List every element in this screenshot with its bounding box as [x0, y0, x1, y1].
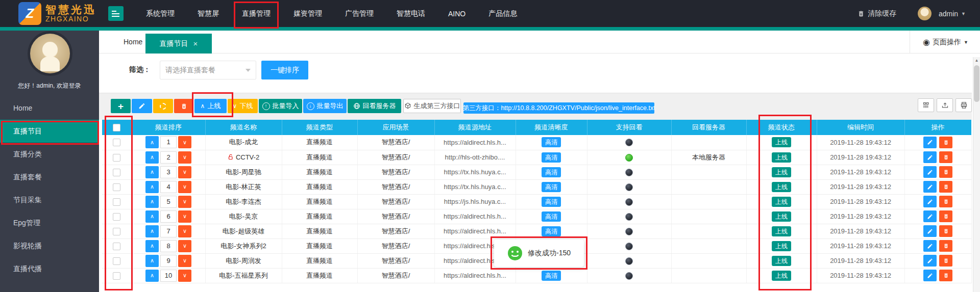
nav-item-2-active[interactable]: 直播管理	[242, 9, 271, 18]
nav-item-6[interactable]: AINO	[448, 10, 465, 18]
sort-up-button[interactable]: ∧	[145, 255, 159, 267]
sort-up-button[interactable]: ∧	[145, 225, 159, 237]
row-edit-button[interactable]	[923, 225, 937, 237]
row-checkbox[interactable]	[113, 154, 120, 162]
sort-down-button[interactable]: ∨	[178, 240, 191, 252]
close-icon[interactable]: ×	[193, 39, 198, 48]
row-delete-button[interactable]	[939, 166, 952, 178]
sidebar-item-5[interactable]: Epg管理	[0, 211, 99, 234]
row-checkbox[interactable]	[113, 228, 120, 235]
row-edit-button[interactable]	[923, 181, 937, 193]
clear-cache-button[interactable]: 清除缓存	[857, 9, 896, 18]
nav-item-7[interactable]: 产品信息	[488, 9, 517, 18]
vertical-scrollbar[interactable]: ▲	[973, 57, 980, 292]
sidebar-item-7[interactable]: 直播代播	[0, 257, 99, 280]
sidebar-item-6[interactable]: 影视轮播	[0, 234, 99, 257]
row-edit-button[interactable]	[923, 151, 937, 163]
sort-down-button[interactable]: ∨	[178, 210, 191, 223]
row-checkbox[interactable]	[113, 183, 120, 191]
refresh-button[interactable]	[153, 99, 173, 113]
row-delete-button[interactable]	[939, 255, 952, 267]
lookback-toggle[interactable]	[625, 243, 633, 250]
sidebar-item-0[interactable]: Home	[0, 97, 99, 120]
page-operations-dropdown[interactable]: ◉ 页面操作 ▼	[923, 31, 968, 54]
sort-down-button[interactable]: ∨	[178, 136, 191, 148]
sidebar-item-4[interactable]: 节目采集	[0, 189, 99, 211]
lookback-toggle[interactable]	[625, 183, 633, 191]
row-delete-button[interactable]	[939, 210, 952, 222]
sort-down-button[interactable]: ∨	[178, 166, 191, 178]
row-edit-button[interactable]	[923, 137, 937, 148]
row-edit-button[interactable]	[923, 240, 937, 252]
nav-item-4[interactable]: 广告管理	[345, 9, 374, 18]
columns-toggle-button[interactable]	[918, 98, 934, 112]
edit-button[interactable]	[132, 99, 152, 113]
nav-item-5[interactable]: 智慧电话	[397, 9, 425, 18]
online-button[interactable]: ∧上线	[194, 99, 227, 113]
sort-down-button[interactable]: ∨	[178, 151, 191, 164]
add-button[interactable]: +	[111, 99, 131, 113]
lookback-server-button[interactable]: 回看服务器	[348, 99, 401, 113]
nav-item-0[interactable]: 系统管理	[146, 9, 175, 18]
lookback-toggle[interactable]	[625, 257, 633, 265]
sidebar-item-1[interactable]: 直播节目	[0, 120, 99, 143]
row-delete-button[interactable]	[939, 181, 952, 193]
sort-up-button[interactable]: ∧	[145, 196, 159, 208]
user-avatar[interactable]	[918, 7, 932, 20]
nav-item-1[interactable]: 智慧屏	[198, 9, 219, 18]
one-key-sort-button[interactable]: 一键排序	[261, 61, 308, 79]
row-delete-button[interactable]	[939, 196, 952, 207]
row-checkbox[interactable]	[113, 139, 120, 146]
row-delete-button[interactable]	[939, 151, 952, 163]
sort-up-button[interactable]: ∧	[145, 166, 159, 178]
row-checkbox[interactable]	[113, 257, 120, 265]
sort-up-button[interactable]: ∧	[145, 240, 159, 252]
lookback-toggle[interactable]	[625, 213, 633, 221]
package-select[interactable]: 请选择直播套餐	[160, 61, 256, 79]
row-checkbox[interactable]	[113, 272, 120, 280]
batch-export-button[interactable]: ↓批量导出	[303, 99, 347, 113]
sort-up-button[interactable]: ∧	[145, 151, 159, 164]
row-checkbox[interactable]	[113, 243, 120, 250]
row-edit-button[interactable]	[923, 255, 937, 267]
row-edit-button[interactable]	[923, 210, 937, 222]
row-checkbox[interactable]	[113, 213, 120, 221]
print-button[interactable]	[955, 98, 972, 112]
tab-live-programs[interactable]: 直播节目 ×	[145, 34, 212, 54]
sort-up-button[interactable]: ∧	[145, 270, 159, 282]
row-edit-button[interactable]	[923, 196, 937, 207]
lookback-toggle[interactable]	[625, 198, 633, 206]
lookback-toggle[interactable]	[625, 154, 633, 162]
sort-up-button[interactable]: ∧	[145, 210, 159, 223]
lookback-toggle[interactable]	[625, 139, 633, 146]
scroll-up-arrow[interactable]: ▲	[973, 58, 980, 63]
row-checkbox[interactable]	[113, 198, 120, 206]
sort-down-button[interactable]: ∨	[178, 196, 191, 208]
batch-import-button[interactable]: ↑批量导入	[259, 99, 302, 113]
sort-up-button[interactable]: ∧	[145, 136, 159, 148]
sidebar-item-3[interactable]: 直播套餐	[0, 166, 99, 189]
generate-api-button[interactable]: 生成第三方接口	[403, 99, 461, 113]
lookback-toggle[interactable]	[625, 228, 633, 235]
sort-down-button[interactable]: ∨	[178, 181, 191, 193]
sort-up-button[interactable]: ∧	[145, 181, 159, 193]
scrollbar-thumb[interactable]	[974, 65, 979, 102]
row-delete-button[interactable]	[939, 137, 952, 148]
sort-down-button[interactable]: ∨	[178, 225, 191, 237]
offline-button[interactable]: ∨下线	[228, 99, 258, 113]
row-delete-button[interactable]	[939, 270, 952, 281]
sidebar-item-2[interactable]: 直播分类	[0, 143, 99, 166]
lookback-toggle[interactable]	[625, 272, 633, 280]
select-all-checkbox[interactable]	[113, 124, 120, 131]
user-menu[interactable]: admin ▼	[939, 10, 966, 18]
delete-button[interactable]	[174, 99, 193, 113]
collapse-sidebar-button[interactable]	[108, 6, 124, 21]
row-edit-button[interactable]	[923, 270, 937, 281]
row-edit-button[interactable]	[923, 166, 937, 178]
row-delete-button[interactable]	[939, 225, 952, 237]
nav-item-3[interactable]: 媒资管理	[293, 9, 322, 18]
sort-down-button[interactable]: ∨	[178, 255, 191, 267]
lookback-toggle[interactable]	[625, 169, 633, 176]
row-checkbox[interactable]	[113, 169, 120, 176]
sort-down-button[interactable]: ∨	[178, 270, 191, 282]
